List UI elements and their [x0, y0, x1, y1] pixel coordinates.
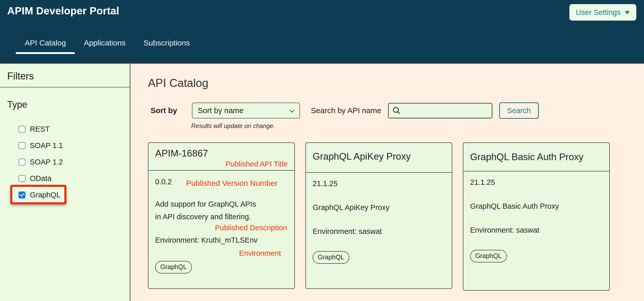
api-card-description: GraphQL ApiKey Proxy	[313, 203, 445, 213]
api-type-tag: GraphQL	[155, 261, 192, 273]
catalog-controls: Sort by Sort by name Search by API name …	[148, 102, 644, 119]
sort-select[interactable]: Sort by name	[192, 103, 300, 118]
api-card-environment: Environment: saswat	[470, 226, 603, 235]
api-card-header: GraphQL ApiKey Proxy	[306, 143, 452, 173]
api-card-version: 21.1.25	[313, 179, 445, 189]
sort-select-value: Sort by name	[198, 106, 243, 115]
checkbox[interactable]	[19, 159, 25, 166]
api-card-header: APIM-16867 Published API Title	[148, 143, 294, 171]
type-filter-list: REST SOAP 1.1 SOAP 1.2 OData Grap	[0, 121, 130, 203]
api-card-body: 21.1.25 GraphQL ApiKey Proxy Environment…	[306, 173, 452, 270]
tab-subscriptions[interactable]: Subscriptions	[135, 38, 199, 48]
nav-tabs: API Catalog Applications Subscriptions	[16, 38, 199, 48]
api-card-header: GraphQL Basic Auth Proxy	[463, 143, 609, 171]
page-title: API Catalog	[148, 77, 644, 89]
search-icon	[392, 106, 401, 115]
api-card-description: GraphQL Basic Auth Proxy	[470, 202, 603, 211]
api-card-list: APIM-16867 Published API Title 0.0.2 Pub…	[148, 142, 644, 291]
tab-applications[interactable]: Applications	[75, 38, 135, 48]
checkbox[interactable]	[19, 175, 25, 182]
main-content: API Catalog Sort by Sort by name Search …	[130, 64, 644, 301]
api-card-tag-row: GraphQL	[155, 261, 288, 273]
app-root: APIM Developer Portal User Settings API …	[0, 0, 644, 301]
filters-sidebar: Filters Type REST SOAP 1.1 SOAP 1.2	[0, 64, 130, 301]
app-header: APIM Developer Portal User Settings API …	[0, 0, 644, 64]
api-card-environment: Environment: Kruthi_mTLSEnv	[155, 236, 288, 244]
annotation-published-api-title: Published API Title	[155, 159, 288, 169]
sort-by-label: Sort by	[151, 106, 177, 115]
tab-api-catalog[interactable]: API Catalog	[16, 38, 75, 48]
api-type-tag: GraphQL	[313, 251, 349, 264]
api-card-body: 21.1.25 GraphQL Basic Auth Proxy Environ…	[463, 171, 609, 269]
filter-option-rest[interactable]: REST	[0, 121, 130, 137]
filter-option-label: SOAP 1.2	[30, 158, 63, 166]
checkbox[interactable]	[19, 126, 25, 133]
filter-option-label: OData	[30, 174, 51, 183]
api-card-title: GraphQL ApiKey Proxy	[313, 151, 445, 162]
annotation-published-description: Published Description	[155, 223, 287, 232]
api-type-tag: GraphQL	[470, 250, 507, 262]
sort-hint: Results will update on change.	[191, 122, 644, 130]
api-card-tag-row: GraphQL	[313, 251, 445, 264]
sidebar-divider	[0, 87, 130, 87]
api-card-title: APIM-16867	[155, 148, 288, 159]
search-by-label: Search by API name	[311, 106, 381, 115]
api-card[interactable]: GraphQL ApiKey Proxy 21.1.25 GraphQL Api…	[305, 142, 452, 289]
filter-option-odata[interactable]: OData	[0, 170, 130, 187]
filter-option-soap12[interactable]: SOAP 1.2	[0, 154, 130, 170]
chevron-down-icon	[289, 106, 295, 115]
user-settings-label: User Settings	[576, 8, 621, 17]
filters-title: Filters	[7, 70, 130, 82]
filter-option-label: SOAP 1.1	[30, 141, 63, 150]
api-card-version: 21.1.25	[470, 178, 603, 187]
annotation-environment: Environment	[155, 249, 281, 258]
app-title: APIM Developer Portal	[7, 5, 119, 17]
search-button[interactable]: Search	[499, 102, 539, 119]
api-card-title: GraphQL Basic Auth Proxy	[470, 150, 603, 164]
filter-option-label: GraphQL	[30, 191, 60, 199]
user-settings-button[interactable]: User Settings	[569, 4, 636, 21]
api-card-description: Add support for GraphQL APIs in API disc…	[155, 198, 288, 223]
api-card[interactable]: GraphQL Basic Auth Proxy 21.1.25 GraphQL…	[463, 142, 610, 291]
content-area: Filters Type REST SOAP 1.1 SOAP 1.2	[0, 64, 644, 301]
search-box	[388, 103, 492, 118]
annotation-published-version: Published Version Number	[186, 179, 278, 188]
api-card[interactable]: APIM-16867 Published API Title 0.0.2 Pub…	[148, 142, 295, 289]
checkbox[interactable]	[19, 142, 25, 149]
type-section-title: Type	[7, 99, 130, 111]
filter-option-label: REST	[30, 125, 50, 133]
api-card-tag-row: GraphQL	[470, 250, 603, 262]
chevron-down-icon	[625, 11, 630, 17]
api-card-body: 0.0.2 Published Version Number Add suppo…	[148, 171, 294, 280]
search-input[interactable]	[404, 106, 489, 115]
checkbox[interactable]	[19, 191, 25, 198]
api-card-version: 0.0.2	[155, 178, 172, 186]
api-card-environment: Environment: saswat	[313, 227, 445, 236]
api-card-version-row: 0.0.2 Published Version Number	[155, 177, 288, 187]
filter-option-graphql[interactable]: GraphQL	[0, 187, 130, 203]
filter-option-soap11[interactable]: SOAP 1.1	[0, 137, 130, 154]
